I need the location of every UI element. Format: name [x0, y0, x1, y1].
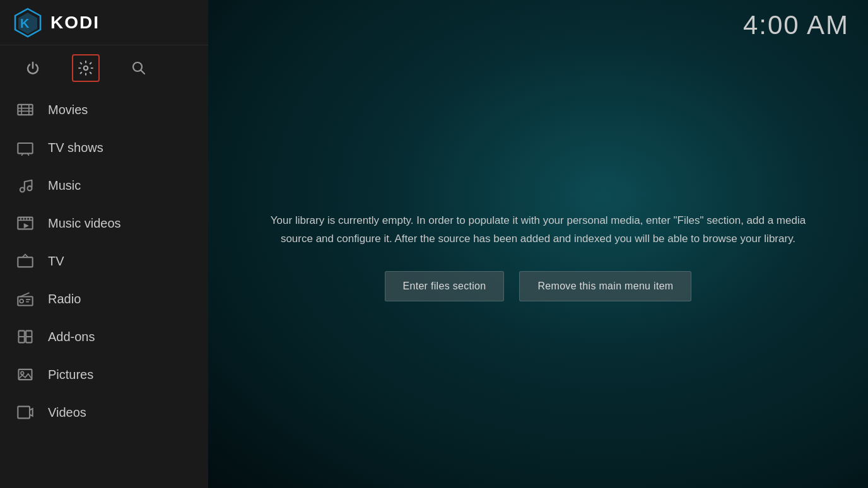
- sidebar-header: K KODI: [0, 0, 208, 45]
- music-icon: [15, 175, 35, 195]
- sidebar-item-music-videos[interactable]: Music videos: [0, 204, 208, 242]
- enter-files-button[interactable]: Enter files section: [385, 271, 505, 301]
- radio-label: Radio: [48, 292, 81, 306]
- sidebar-item-tv-shows[interactable]: TV shows: [0, 129, 208, 166]
- pictures-icon: [15, 364, 35, 385]
- sidebar-icon-row: [0, 45, 208, 91]
- search-button[interactable]: [125, 54, 153, 82]
- svg-rect-27: [19, 337, 25, 342]
- svg-point-32: [21, 371, 24, 375]
- settings-button[interactable]: [72, 54, 100, 82]
- kodi-logo: K: [13, 8, 43, 38]
- action-buttons: Enter files section Remove this main men…: [385, 271, 692, 301]
- svg-rect-28: [26, 337, 32, 342]
- svg-rect-5: [18, 105, 32, 115]
- remove-menu-item-button[interactable]: Remove this main menu item: [519, 271, 691, 301]
- movies-label: Movies: [48, 103, 88, 117]
- add-ons-icon: [15, 327, 35, 347]
- svg-rect-33: [18, 407, 30, 419]
- sidebar: K KODI: [0, 0, 208, 488]
- movies-icon: [15, 100, 35, 120]
- time-display: 4:00 AM: [743, 10, 849, 40]
- svg-point-13: [20, 188, 25, 192]
- tv-icon: [15, 251, 35, 271]
- svg-point-24: [20, 299, 23, 303]
- sidebar-nav: Movies TV shows Music: [0, 91, 208, 488]
- sidebar-item-radio[interactable]: Radio: [0, 280, 208, 318]
- tv-label: TV: [48, 254, 64, 269]
- sidebar-item-videos[interactable]: Videos: [0, 393, 208, 431]
- svg-point-3: [84, 66, 88, 71]
- main-content: 4:00 AM Your library is currently empty.…: [208, 0, 868, 488]
- tv-shows-icon: [15, 137, 35, 158]
- app-title: KODI: [50, 13, 100, 33]
- tv-shows-label: TV shows: [48, 141, 103, 155]
- svg-rect-29: [19, 331, 25, 337]
- music-videos-icon: [15, 213, 35, 233]
- music-videos-label: Music videos: [48, 216, 121, 231]
- svg-rect-30: [26, 331, 32, 337]
- svg-rect-22: [18, 257, 32, 267]
- pictures-label: Pictures: [48, 368, 93, 382]
- sidebar-item-tv[interactable]: TV: [0, 242, 208, 280]
- power-button[interactable]: [19, 54, 47, 82]
- add-ons-label: Add-ons: [48, 330, 95, 344]
- sidebar-item-add-ons[interactable]: Add-ons: [0, 318, 208, 356]
- radio-icon: [15, 289, 35, 309]
- videos-label: Videos: [48, 405, 86, 420]
- videos-icon: [15, 402, 35, 422]
- svg-marker-21: [24, 223, 29, 228]
- sidebar-item-pictures[interactable]: Pictures: [0, 356, 208, 393]
- sidebar-item-movies[interactable]: Movies: [0, 91, 208, 129]
- music-label: Music: [48, 178, 81, 193]
- svg-rect-10: [18, 143, 32, 153]
- svg-text:K: K: [20, 16, 30, 30]
- empty-library-message: Your library is currently empty. In orde…: [267, 212, 809, 248]
- sidebar-item-music[interactable]: Music: [0, 166, 208, 204]
- content-center: Your library is currently empty. In orde…: [208, 25, 868, 488]
